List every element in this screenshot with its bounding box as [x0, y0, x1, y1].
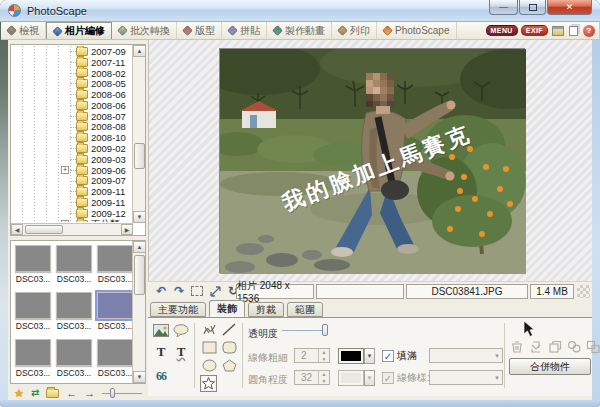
help-icon[interactable]: ?: [583, 25, 595, 37]
back-icon[interactable]: ←: [66, 387, 77, 399]
tree-vertical-scrollbar[interactable]: ▲ ▼: [132, 45, 145, 223]
open-folder-icon[interactable]: [46, 389, 59, 398]
fill-color-dropdown-icon[interactable]: ▼: [364, 348, 375, 364]
exif-badge[interactable]: EXIF: [521, 25, 548, 36]
rectangle-tool-icon[interactable]: [200, 339, 218, 355]
polygon-tool-icon[interactable]: [220, 357, 238, 373]
pen-scribble-icon[interactable]: [200, 321, 218, 337]
spin-up-icon[interactable]: ▲: [322, 371, 327, 377]
select-cursor-icon[interactable]: [522, 321, 535, 339]
tree-item-expandable[interactable]: +2009-06: [12, 165, 131, 176]
thumbnail-item-selected[interactable]: DSC03...: [95, 292, 135, 339]
scroll-left-icon[interactable]: ◀: [11, 224, 23, 235]
tree-item-label: 2009-11: [91, 186, 125, 197]
redo-icon[interactable]: ↷: [172, 284, 186, 298]
scroll-up-icon[interactable]: ▲: [133, 241, 146, 253]
thumbnail-vertical-scrollbar[interactable]: ▲ ▼: [132, 241, 145, 383]
thumbnail-item[interactable]: DSC03...: [54, 292, 94, 339]
fill-checkbox[interactable]: ✓填滿: [382, 349, 417, 363]
maximize-button[interactable]: [519, 0, 546, 15]
line-width-spinner[interactable]: 2▲▼: [294, 348, 330, 363]
spin-up-icon[interactable]: ▲: [322, 349, 327, 355]
scroll-down-icon[interactable]: ▼: [133, 211, 146, 223]
tree-item[interactable]: 2008-07: [12, 111, 131, 122]
scrollbar-thumb[interactable]: [25, 225, 63, 234]
scroll-right-icon[interactable]: ▶: [121, 224, 133, 235]
tree-item[interactable]: 2008-05: [12, 78, 131, 89]
tab-editor[interactable]: 相片編修: [46, 22, 112, 39]
tree-item[interactable]: 2009-11: [12, 186, 131, 197]
tab-page[interactable]: 版型: [177, 22, 222, 39]
tree-item[interactable]: 2008-02: [12, 68, 131, 79]
thumbnail-size-slider[interactable]: [102, 387, 142, 399]
forward-icon[interactable]: →: [84, 387, 95, 399]
editor-canvas[interactable]: 我的臉加上馬賽克 我的臉加上馬賽克: [148, 40, 592, 281]
tree-item[interactable]: 2008-06: [12, 100, 131, 111]
rounded-rectangle-tool-icon[interactable]: [220, 339, 238, 355]
scrollbar-thumb[interactable]: [134, 143, 145, 169]
tree-item[interactable]: +不分類: [12, 219, 131, 222]
tab-combine[interactable]: 拼貼: [222, 22, 267, 39]
tree-item[interactable]: 2009-02: [12, 143, 131, 154]
tab-main-functions[interactable]: 主要功能: [150, 302, 206, 317]
tree-item[interactable]: 2008-06: [12, 89, 131, 100]
title-bar[interactable]: PhotoScape — ✕: [0, 0, 600, 22]
tab-batch-editor[interactable]: 批次轉換: [112, 22, 177, 39]
thumbnail-item[interactable]: DSC03...: [13, 292, 53, 339]
refresh-icon[interactable]: ⇄: [31, 387, 39, 399]
favorites-star-icon[interactable]: ★: [14, 387, 24, 399]
thumbnail-item[interactable]: DSC03...: [95, 245, 135, 292]
fit-window-icon[interactable]: [190, 284, 204, 298]
ellipse-tool-icon[interactable]: [200, 357, 218, 373]
expand-icon[interactable]: +: [61, 220, 69, 222]
frame-icon[interactable]: [551, 25, 564, 37]
spin-down-icon[interactable]: ▼: [322, 356, 327, 362]
fill-color-swatch[interactable]: [338, 348, 364, 364]
tab-region[interactable]: 範圍: [287, 302, 323, 317]
scroll-down-icon[interactable]: ▼: [133, 371, 146, 383]
tree-item[interactable]: 2009-11: [12, 197, 131, 208]
tree-item[interactable]: 2009-07: [12, 176, 131, 187]
tree-item[interactable]: 2008-08: [12, 122, 131, 133]
photo-preview[interactable]: 我的臉加上馬賽克 我的臉加上馬賽克: [219, 48, 525, 273]
scrollbar-thumb[interactable]: [134, 255, 145, 295]
close-button[interactable]: ✕: [547, 0, 592, 15]
expand-icon[interactable]: +: [61, 166, 69, 174]
thumbnail-item[interactable]: DSC03...: [54, 339, 94, 386]
corner-roundness-spinner[interactable]: 32▲▼: [294, 370, 330, 385]
speech-balloon-icon[interactable]: [172, 322, 190, 338]
slider-knob[interactable]: [322, 324, 328, 336]
tree-item[interactable]: 2007-09: [12, 46, 131, 57]
minimize-button[interactable]: —: [489, 0, 518, 15]
transparency-slider[interactable]: [282, 324, 328, 336]
tree-item[interactable]: 2009-03: [12, 154, 131, 165]
insert-image-icon[interactable]: [152, 322, 170, 338]
text-tool-icon[interactable]: T: [152, 344, 170, 360]
copy-icon[interactable]: [567, 25, 580, 37]
tab-crop[interactable]: 剪裁: [248, 302, 284, 317]
tab-print[interactable]: 列印: [332, 22, 377, 39]
thumbnail-item[interactable]: DSC03...: [13, 245, 53, 292]
resize-icon[interactable]: [208, 284, 222, 298]
resize-grip-icon[interactable]: [577, 285, 590, 298]
tab-photoscape-home[interactable]: PhotoScape: [377, 22, 457, 39]
menu-badge[interactable]: MENU: [486, 25, 518, 36]
thumbnail-item[interactable]: DSC03...: [95, 339, 135, 386]
merge-objects-button[interactable]: 合併物件: [509, 358, 591, 375]
line-tool-icon[interactable]: [220, 321, 238, 337]
quote-tool-icon[interactable]: 66: [152, 368, 170, 384]
slider-knob[interactable]: [110, 388, 115, 398]
thumbnail-item[interactable]: DSC03...: [54, 245, 94, 292]
tab-animated-gif[interactable]: 製作動畫: [267, 22, 332, 39]
undo-icon[interactable]: ↶: [154, 284, 168, 298]
tab-decorate[interactable]: 裝飾: [209, 300, 245, 317]
tree-item[interactable]: 2008-10: [12, 132, 131, 143]
spin-down-icon[interactable]: ▼: [322, 378, 327, 384]
tab-viewer[interactable]: 檢視: [1, 22, 46, 39]
tree-item[interactable]: 2007-11: [12, 57, 131, 68]
scroll-up-icon[interactable]: ▲: [133, 45, 146, 57]
rich-text-tool-icon[interactable]: T: [172, 344, 190, 360]
tree-horizontal-scrollbar[interactable]: ◀ ▶: [11, 223, 133, 235]
star-tool-icon-selected[interactable]: [200, 375, 217, 392]
thumbnail-item[interactable]: DSC03...: [13, 339, 53, 386]
